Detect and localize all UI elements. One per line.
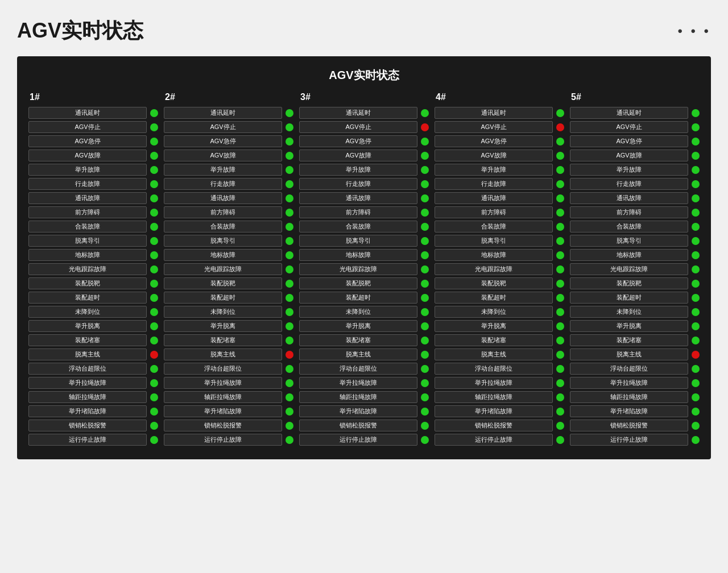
status-row: 锁销松脱报警	[299, 420, 429, 431]
status-row: 运行停止故障	[435, 434, 564, 446]
status-dot-green	[692, 194, 700, 202]
status-dot-green	[556, 365, 564, 373]
status-label: 举升堵陷故障	[570, 405, 688, 417]
status-label: 装配堵塞	[28, 334, 147, 346]
status-label: 运行停止故障	[435, 434, 553, 446]
status-label: 光电跟踪故障	[164, 263, 282, 275]
status-row: 举升堵陷故障	[28, 405, 158, 417]
status-label: 举升故障	[299, 164, 417, 176]
status-row: AGV故障	[28, 150, 158, 161]
column-header-3: 3#	[299, 92, 429, 102]
status-row: 运行停止故障	[28, 434, 158, 446]
status-label: 通讯延时	[164, 107, 282, 119]
status-label: 装配超时	[435, 292, 553, 304]
menu-dots-button[interactable]: • • •	[677, 23, 711, 39]
status-row: 浮动台超限位	[299, 363, 429, 375]
status-row: 轴距拉绳故障	[435, 391, 564, 403]
status-label: 装配堵塞	[435, 334, 553, 346]
status-dot-green	[286, 265, 293, 273]
status-row: 脱离导引	[28, 235, 158, 247]
status-dot-green	[556, 408, 564, 416]
column-header-1: 1#	[28, 92, 158, 102]
status-dot-green	[286, 322, 293, 330]
status-label: 轴距拉绳故障	[164, 391, 282, 403]
status-row: 脱离主线	[570, 348, 700, 360]
status-label: 通讯延时	[28, 107, 147, 119]
status-dot-green	[286, 152, 293, 160]
status-row: AGV急停	[570, 135, 700, 147]
status-label: 举升拉绳故障	[299, 377, 417, 389]
status-label: AGV停止	[435, 121, 553, 133]
status-label: 合装故障	[28, 221, 147, 232]
status-row: 行走故障	[435, 178, 564, 190]
status-row: 脱离主线	[299, 348, 429, 360]
status-label: 通讯故障	[435, 192, 553, 204]
status-label: 轴距拉绳故障	[299, 391, 417, 403]
status-dot-green	[150, 322, 158, 330]
status-dot-green	[692, 209, 700, 217]
status-row: AGV故障	[570, 150, 700, 161]
status-dot-green	[556, 351, 564, 359]
status-row: 装配超时	[570, 292, 700, 304]
status-row: AGV故障	[299, 150, 429, 161]
status-dot-green	[556, 337, 564, 344]
status-label: 未降到位	[435, 306, 553, 318]
status-label: 运行停止故障	[570, 434, 688, 446]
page-header: AGV实时状态 • • •	[17, 17, 711, 45]
status-row: 装配堵塞	[299, 334, 429, 346]
status-row: 轴距拉绳故障	[28, 391, 158, 403]
status-row: 合装故障	[164, 221, 293, 232]
status-label: 浮动台超限位	[164, 363, 282, 375]
status-dot-green	[692, 138, 700, 146]
status-label: 浮动台超限位	[570, 363, 688, 375]
status-row: 脱离导引	[570, 235, 700, 247]
status-dot-green	[692, 180, 700, 188]
status-label: 光电跟踪故障	[28, 263, 147, 275]
status-row: 光电跟踪故障	[435, 263, 564, 275]
status-dot-red	[286, 351, 293, 359]
status-row: 举升堵陷故障	[570, 405, 700, 417]
column-header-5: 5#	[570, 92, 700, 102]
status-label: 行走故障	[299, 178, 417, 190]
agv-column-4: 4#通讯延时AGV停止AGV急停AGV故障举升故障行走故障通讯故障前方障碍合装故…	[435, 92, 564, 448]
status-label: 举升故障	[164, 164, 282, 176]
status-label: 通讯故障	[570, 192, 688, 204]
status-label: AGV急停	[570, 135, 688, 147]
status-label: 光电跟踪故障	[435, 263, 553, 275]
status-row: 举升堵陷故障	[164, 405, 293, 417]
status-dot-green	[556, 152, 564, 160]
status-label: 脱离主线	[28, 348, 147, 360]
status-label: 浮动台超限位	[435, 363, 553, 375]
status-dot-green	[286, 337, 293, 344]
status-dot-green	[421, 223, 429, 231]
status-dot-green	[421, 138, 429, 146]
status-row: AGV故障	[435, 150, 564, 161]
status-dot-green	[286, 138, 293, 146]
status-label: 运行停止故障	[164, 434, 282, 446]
status-row: 合装故障	[28, 221, 158, 232]
status-dot-green	[556, 209, 564, 217]
status-dot-green	[286, 123, 293, 131]
status-dot-green	[692, 422, 700, 430]
agv-column-3: 3#通讯延时AGV停止AGV急停AGV故障举升故障行走故障通讯故障前方障碍合装故…	[299, 92, 429, 448]
status-label: AGV故障	[570, 150, 688, 161]
status-row: 锁销松脱报警	[164, 420, 293, 431]
status-label: 前方障碍	[299, 206, 417, 218]
status-row: 合装故障	[570, 221, 700, 232]
status-row: 装配超时	[299, 292, 429, 304]
status-dot-green	[150, 237, 158, 245]
status-dot-green	[150, 379, 158, 387]
status-label: AGV故障	[164, 150, 282, 161]
status-dot-green	[421, 237, 429, 245]
status-row: AGV急停	[435, 135, 564, 147]
status-label: 举升脱离	[28, 320, 147, 332]
status-dot-green	[150, 422, 158, 430]
status-label: 未降到位	[164, 306, 282, 318]
status-row: 脱离主线	[28, 348, 158, 360]
column-header-4: 4#	[435, 92, 564, 102]
status-row: 举升堵陷故障	[299, 405, 429, 417]
status-row: 光电跟踪故障	[570, 263, 700, 275]
status-dot-green	[286, 422, 293, 430]
status-dot-green	[421, 209, 429, 217]
status-label: AGV故障	[435, 150, 553, 161]
